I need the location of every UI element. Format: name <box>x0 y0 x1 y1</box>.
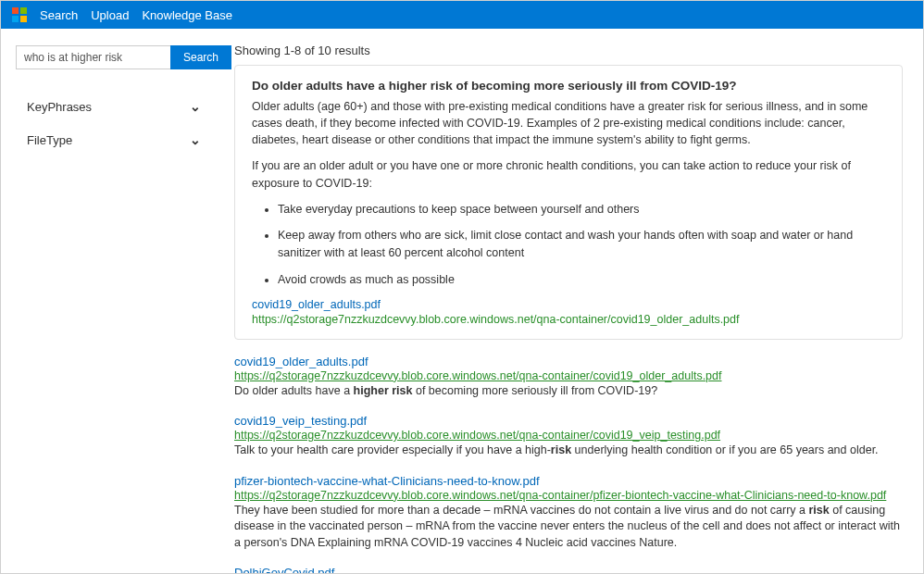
svg-rect-2 <box>12 16 19 22</box>
snippet-text: Do older adults have a <box>234 384 354 397</box>
facet-label: FileType <box>27 133 72 147</box>
facets: KeyPhrases ⌄ FileType ⌄ <box>16 92 214 155</box>
answer-paragraph: If you are an older adult or you have on… <box>252 157 885 191</box>
chevron-down-icon: ⌄ <box>190 132 201 147</box>
snippet-text: of becoming more seriously ill from COVI… <box>412 384 657 397</box>
result-url[interactable]: https://q2storage7nzzkuzdcevvy.blob.core… <box>234 429 903 442</box>
result-snippet: Do older adults have a higher risk of be… <box>234 383 903 400</box>
result-url[interactable]: https://q2storage7nzzkuzdcevvy.blob.core… <box>234 489 903 502</box>
answer-paragraph: Older adults (age 60+) and those with pr… <box>252 98 885 148</box>
snippet-text: underlying health condition or if you ar… <box>571 443 878 456</box>
search-result: covid19_veip_testing.pdf https://q2stora… <box>234 414 903 459</box>
svg-rect-3 <box>20 16 27 22</box>
facet-keyphrases[interactable]: KeyPhrases ⌄ <box>16 92 214 121</box>
snippet-text: They have been studied for more than a d… <box>234 504 809 517</box>
answer-bullet: Avoid crowds as much as possible <box>278 271 885 289</box>
answer-bullet: Keep away from others who are sick, limi… <box>278 227 885 262</box>
search-result: DelhiGovCovid.pdf https://q2storage7nzzk… <box>234 566 903 573</box>
search-result: covid19_older_adults.pdf https://q2stora… <box>234 355 903 400</box>
content: Search KeyPhrases ⌄ FileType ⌄ Showing 1… <box>1 29 923 573</box>
answer-doc-url[interactable]: https://q2storage7nzzkuzdcevvy.blob.core… <box>252 313 885 326</box>
nav-upload[interactable]: Upload <box>91 8 129 22</box>
result-url[interactable]: https://q2storage7nzzkuzdcevvy.blob.core… <box>234 369 903 382</box>
search-input[interactable] <box>16 45 170 69</box>
result-title[interactable]: covid19_veip_testing.pdf <box>234 414 367 428</box>
result-snippet: They have been studied for more than a d… <box>234 503 903 552</box>
facet-filetype[interactable]: FileType ⌄ <box>16 125 214 155</box>
nav-knowledge-base[interactable]: Knowledge Base <box>142 8 232 22</box>
snippet-highlight: risk <box>809 504 830 517</box>
facet-label: KeyPhrases <box>27 100 92 114</box>
result-title[interactable]: pfizer-biontech-vaccine-what-Clinicians-… <box>234 474 540 488</box>
topbar: Search Upload Knowledge Base <box>1 1 923 29</box>
left-column: Search KeyPhrases ⌄ FileType ⌄ <box>1 29 214 573</box>
snippet-highlight: risk <box>551 443 571 456</box>
results-count: Showing 1-8 of 10 results <box>234 44 903 57</box>
answer-bullet: Take everyday precautions to keep space … <box>278 201 885 218</box>
result-snippet: Talk to your health care provider especi… <box>234 443 903 459</box>
search-result: pfizer-biontech-vaccine-what-Clinicians-… <box>234 474 903 552</box>
svg-rect-0 <box>12 7 19 14</box>
answer-bullets: Take everyday precautions to keep space … <box>252 201 885 289</box>
nav-search[interactable]: Search <box>40 8 78 22</box>
chevron-down-icon: ⌄ <box>190 99 201 114</box>
svg-rect-1 <box>20 7 27 14</box>
results-column[interactable]: Showing 1-8 of 10 results Do older adult… <box>214 29 923 573</box>
search-row: Search <box>16 45 214 69</box>
app-frame: Search Upload Knowledge Base Search KeyP… <box>0 0 924 574</box>
answer-doc-title[interactable]: covid19_older_adults.pdf <box>252 298 885 311</box>
snippet-text: Talk to your health care provider especi… <box>234 443 551 456</box>
result-title[interactable]: DelhiGovCovid.pdf <box>234 566 334 573</box>
snippet-highlight: higher risk <box>354 384 413 397</box>
result-title[interactable]: covid19_older_adults.pdf <box>234 355 368 368</box>
semantic-answer-card: Do older adults have a higher risk of be… <box>234 65 903 340</box>
microsoft-logo-icon <box>12 7 27 22</box>
answer-question: Do older adults have a higher risk of be… <box>252 79 885 93</box>
